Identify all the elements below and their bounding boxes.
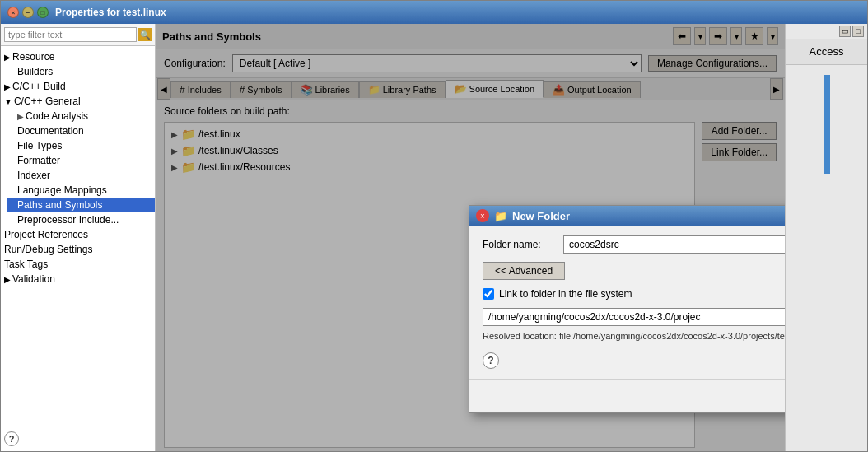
restore-button[interactable]: ▭ [839, 26, 851, 37]
sidebar-item-documentation[interactable]: Documentation [7, 123, 155, 138]
link-checkbox[interactable] [483, 288, 494, 300]
expand-arrow: ▶ [4, 82, 11, 91]
sidebar-item-project-references[interactable]: Project References [1, 227, 155, 242]
sidebar-item-validation[interactable]: ▶ Validation [1, 272, 155, 287]
dialog-help-button[interactable]: ? [483, 352, 499, 369]
path-row: Browse... Variables... [483, 308, 785, 326]
dialog-close-button[interactable]: × [476, 209, 489, 222]
sidebar-item-label: Indexer [17, 170, 50, 181]
sidebar-item-file-types[interactable]: File Types [7, 138, 155, 153]
sidebar-item-ccpp-build[interactable]: ▶ C/C++ Build [1, 79, 155, 94]
sidebar-item-label: Preprocessor Include... [17, 214, 119, 226]
window-title: Properties for test.linux [55, 7, 166, 18]
help-button[interactable]: ? [4, 431, 19, 446]
sidebar-item-label: Project References [4, 229, 88, 240]
sidebar-group-ccpp-general: ▶ Code Analysis Documentation File Types… [1, 109, 155, 227]
sidebar-bottom: ? [1, 426, 155, 451]
sidebar-item-formatter[interactable]: Formatter [7, 153, 155, 168]
sidebar-item-label: File Types [17, 140, 62, 151]
sidebar-item-label: Language Mappings [17, 184, 107, 196]
sidebar-item-label: Documentation [17, 125, 84, 137]
filter-input[interactable] [4, 27, 137, 42]
dialog-footer: Cancel OK [469, 379, 785, 412]
link-checkbox-row: Link to folder in the file system [483, 288, 785, 300]
sidebar-item-run-debug[interactable]: Run/Debug Settings [1, 242, 155, 257]
sidebar-item-label: C/C++ Build [12, 81, 66, 92]
sidebar-item-indexer[interactable]: Indexer [7, 168, 155, 183]
sidebar-item-label: Code Analysis [26, 110, 88, 122]
sidebar-item-preprocessor-includes[interactable]: Preprocessor Include... [7, 212, 155, 227]
dialog-help-row: ? [483, 352, 785, 369]
new-folder-dialog: × 📁 New Folder Folder name: << Advanced … [469, 205, 785, 413]
close-button[interactable]: × [7, 7, 19, 18]
sidebar-item-ccpp-general[interactable]: ▼ C/C++ General [1, 94, 155, 109]
resolved-location-text: Resolved location: file:/home/yangming/c… [483, 331, 785, 341]
expand-arrow: ▼ [4, 97, 12, 106]
advanced-button[interactable]: << Advanced [483, 262, 565, 280]
folder-name-row: Folder name: [483, 235, 785, 254]
tree-area: ▶ Resource Builders ▶ C/C++ Build ▼ [1, 46, 155, 426]
folder-name-input[interactable] [563, 235, 785, 254]
dialog-icon: 📁 [494, 210, 507, 222]
dialog-body: Folder name: << Advanced Link to folder … [469, 226, 785, 379]
main-panel: Paths and Symbols ⬅ ▾ ➡ ▾ ★ ▾ Configurat… [156, 24, 785, 451]
expand-arrow: ▶ [17, 112, 24, 121]
scroll-indicator[interactable] [824, 75, 830, 174]
expand-arrow: ▶ [4, 53, 11, 62]
sidebar-item-builders[interactable]: Builders [7, 64, 155, 79]
sidebar-item-code-analysis[interactable]: ▶ Code Analysis [7, 109, 155, 123]
sidebar-item-resource[interactable]: ▶ Resource [1, 49, 155, 64]
path-input[interactable] [483, 308, 785, 326]
sidebar-item-task-tags[interactable]: Task Tags [1, 257, 155, 272]
dialog-titlebar: × 📁 New Folder [469, 206, 785, 226]
maximize-button[interactable]: □ [852, 26, 864, 37]
link-checkbox-label: Link to folder in the file system [499, 288, 632, 300]
content-area: 🔍 ▶ Resource Builders ▶ C/C++ Build [1, 24, 867, 451]
maximize-button[interactable]: □ [37, 7, 49, 18]
sidebar-item-label: Validation [12, 273, 55, 285]
sidebar-item-label: Resource [12, 51, 54, 63]
expand-arrow: ▶ [4, 275, 11, 284]
sidebar-item-label: Run/Debug Settings [4, 244, 92, 255]
folder-name-label: Folder name: [483, 239, 557, 250]
sidebar-item-paths-and-symbols[interactable]: Paths and Symbols [7, 198, 155, 212]
right-panel-controls: ▭ □ [786, 24, 867, 39]
sidebar: 🔍 ▶ Resource Builders ▶ C/C++ Build [1, 24, 156, 451]
right-panel-title: Access [786, 39, 867, 65]
sidebar-item-label: Builders [17, 66, 53, 77]
right-panel: ▭ □ Access [785, 24, 867, 451]
sidebar-group-resource: Builders [1, 64, 155, 79]
sidebar-item-label: Paths and Symbols [17, 199, 102, 211]
sidebar-item-label: Formatter [17, 155, 60, 166]
sidebar-item-label: Task Tags [4, 259, 48, 270]
sidebar-item-label: C/C++ General [14, 96, 81, 107]
minimize-button[interactable]: − [22, 7, 34, 18]
filter-box: 🔍 [1, 24, 155, 46]
main-window: × − □ Properties for test.linux 🔍 ▶ Reso… [0, 0, 868, 452]
title-bar-controls: × − □ [7, 7, 49, 18]
sidebar-item-language-mappings[interactable]: Language Mappings [7, 183, 155, 198]
filter-clear-button[interactable]: 🔍 [138, 28, 152, 41]
dialog-title: New Folder [512, 210, 570, 222]
title-bar: × − □ Properties for test.linux [1, 1, 867, 24]
